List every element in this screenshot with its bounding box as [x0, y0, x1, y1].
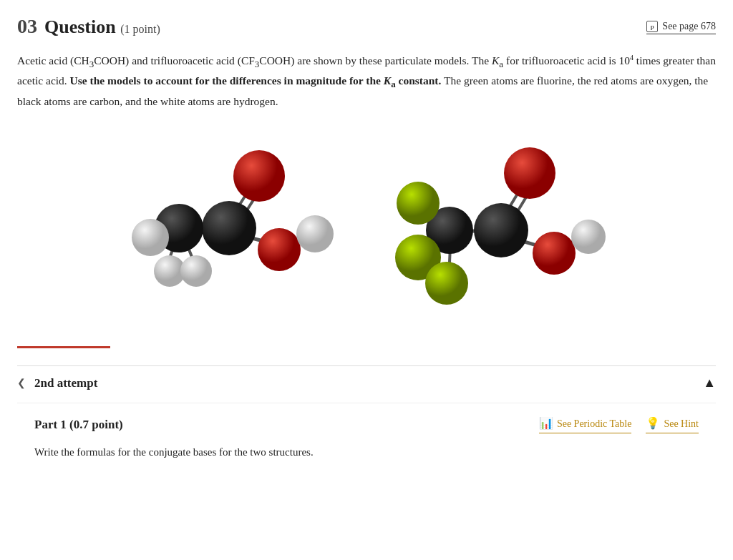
question-number-title: 03 Question (1 point): [17, 11, 160, 41]
part1-title: Part 1 (0.7 point): [34, 416, 123, 434]
acetic-acid-molecule: [116, 124, 345, 325]
svg-point-25: [474, 203, 528, 257]
svg-point-9: [202, 201, 256, 255]
see-hint-link[interactable]: 💡 See Hint: [646, 415, 699, 433]
page-icon: p: [646, 21, 658, 32]
part1-question-text: Write the formulas for the conjugate bas…: [34, 443, 699, 461]
svg-point-31: [425, 262, 468, 305]
svg-point-28: [571, 220, 606, 254]
hint-icon: 💡: [646, 415, 660, 432]
svg-point-29: [397, 182, 440, 225]
svg-point-15: [180, 255, 212, 287]
page-container: 03 Question (1 point) p See page 678 Ace…: [0, 0, 733, 483]
question-points: (1 point): [120, 23, 160, 35]
part1-actions: 📊 See Periodic Table 💡 See Hint: [539, 415, 699, 433]
attempt-section: ❮ 2nd attempt ▲ Part 1 (0.7 point) 📊 See…: [17, 363, 716, 472]
molecules-container: [17, 124, 716, 325]
question-number: 03: [17, 11, 37, 41]
see-periodic-table-link[interactable]: 📊 See Periodic Table: [539, 415, 632, 433]
svg-point-8: [233, 150, 285, 202]
part1-header: Part 1 (0.7 point) 📊 See Periodic Table …: [34, 415, 699, 433]
svg-point-24: [504, 147, 555, 199]
periodic-table-icon: 📊: [539, 415, 553, 432]
part1-section: Part 1 (0.7 point) 📊 See Periodic Table …: [17, 403, 716, 472]
question-header: 03 Question (1 point) p See page 678: [17, 11, 716, 41]
trifluoroacetic-acid-molecule: [388, 124, 617, 325]
svg-point-27: [533, 232, 576, 275]
red-divider: [17, 346, 110, 348]
svg-point-12: [296, 215, 334, 252]
question-label: Question (1 point): [44, 13, 160, 41]
attempt-left: ❮ 2nd attempt: [17, 374, 97, 393]
attempt-header: ❮ 2nd attempt ▲: [17, 365, 716, 403]
svg-point-13: [132, 219, 169, 256]
svg-point-11: [258, 228, 301, 271]
question-text: Acetic acid (CH3COOH) and trifluoroaceti…: [17, 51, 716, 110]
collapse-icon[interactable]: ▲: [703, 373, 716, 393]
see-page-link[interactable]: p See page 678: [646, 19, 716, 34]
attempt-label: 2nd attempt: [34, 374, 97, 393]
chevron-down-icon[interactable]: ❮: [17, 375, 26, 390]
